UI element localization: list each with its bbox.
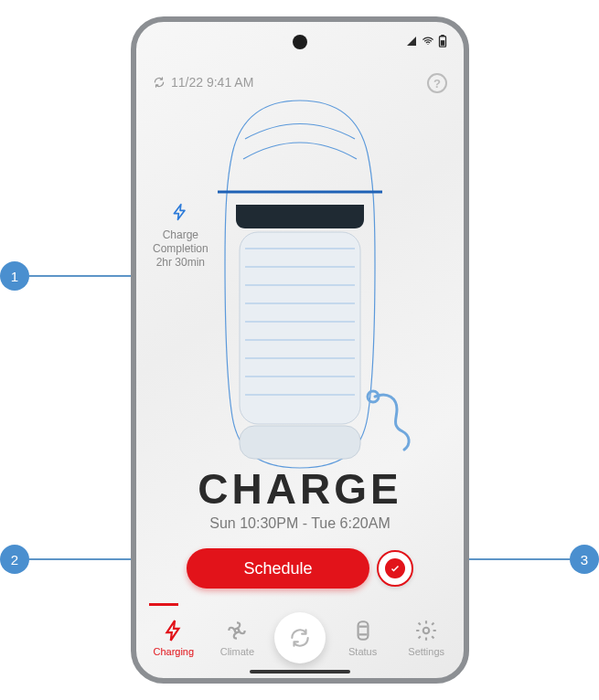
annotation-bubble-2: 2 xyxy=(0,545,29,574)
nav-status[interactable]: Status xyxy=(337,619,390,657)
nav-label-settings: Settings xyxy=(408,646,444,657)
sync-icon xyxy=(153,76,166,89)
schedule-row: Schedule xyxy=(153,548,447,589)
home-indicator xyxy=(250,670,350,673)
nav-label-charging: Charging xyxy=(153,646,194,657)
gear-icon xyxy=(414,619,438,642)
confirm-schedule-button[interactable] xyxy=(377,550,413,587)
last-sync-text: 11/22 9:41 AM xyxy=(171,75,253,90)
nav-label-climate: Climate xyxy=(220,646,254,657)
annotation-bubble-1: 1 xyxy=(0,261,29,291)
nav-label-status: Status xyxy=(348,646,377,657)
vehicle-graphic-area: Charge Completion 2hr 30min xyxy=(153,95,447,479)
annotation-bubble-3: 3 xyxy=(570,545,599,574)
nav-settings[interactable]: Settings xyxy=(400,619,453,657)
nav-climate[interactable]: Climate xyxy=(210,619,263,657)
refresh-button[interactable] xyxy=(274,612,326,663)
fan-icon xyxy=(225,619,249,642)
active-tab-indicator xyxy=(149,603,178,606)
app-screen: 11/22 9:41 AM ? Charge Completion 2hr 30… xyxy=(136,22,464,678)
refresh-icon xyxy=(288,626,312,650)
schedule-button[interactable]: Schedule xyxy=(187,548,369,589)
bottom-nav: Charging Climate Status Settings xyxy=(136,612,464,663)
check-icon xyxy=(390,563,401,574)
help-button[interactable]: ? xyxy=(427,73,447,93)
phone-frame: 11/22 9:41 AM ? Charge Completion 2hr 30… xyxy=(131,16,469,684)
car-icon xyxy=(351,619,375,642)
svg-point-20 xyxy=(423,628,430,634)
charging-icon xyxy=(162,619,186,642)
nav-charging[interactable]: Charging xyxy=(147,619,200,657)
svg-point-16 xyxy=(235,629,239,632)
last-sync-row: 11/22 9:41 AM xyxy=(153,75,447,90)
svg-rect-17 xyxy=(358,621,368,640)
schedule-range-text: Sun 10:30PM - Tue 6:20AM xyxy=(153,515,447,532)
svg-rect-14 xyxy=(240,426,360,459)
vehicle-top-view xyxy=(181,95,419,479)
